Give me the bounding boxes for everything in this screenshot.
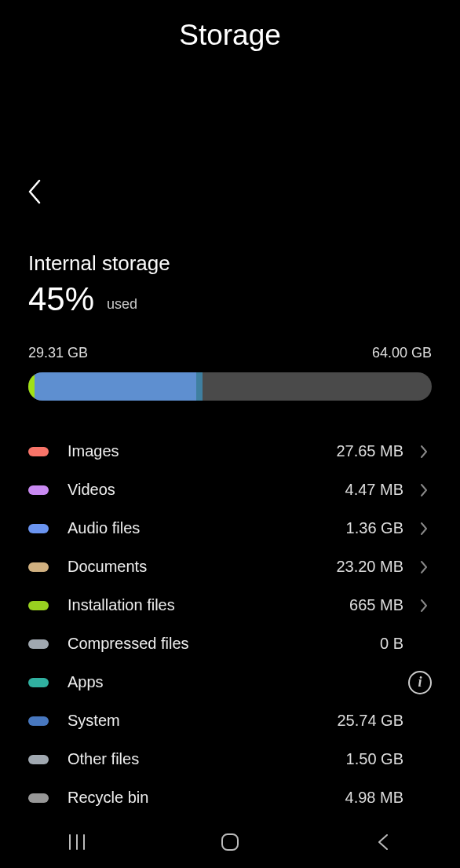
category-color-pill bbox=[28, 793, 49, 803]
home-button[interactable] bbox=[199, 831, 261, 853]
category-label: Apps bbox=[68, 673, 408, 691]
category-size: 23.20 MB bbox=[336, 558, 403, 576]
category-size: 1.50 GB bbox=[346, 750, 403, 768]
category-color-pill bbox=[28, 755, 49, 764]
category-label: Audio files bbox=[68, 519, 346, 537]
storage-used-size: 29.31 GB bbox=[28, 345, 88, 361]
category-label: Images bbox=[68, 442, 336, 460]
category-list: Images27.65 MBVideos4.47 MBAudio files1.… bbox=[28, 432, 432, 817]
category-size: 27.65 MB bbox=[336, 442, 403, 460]
category-row: Recycle bin4.98 MB bbox=[28, 778, 432, 817]
category-row[interactable]: Images27.65 MB bbox=[28, 432, 432, 471]
category-color-pill bbox=[28, 678, 49, 687]
category-label: Installation files bbox=[68, 596, 349, 614]
category-row[interactable]: Videos4.47 MB bbox=[28, 471, 432, 509]
storage-total-size: 64.00 GB bbox=[372, 345, 432, 361]
chevron-right-icon bbox=[416, 444, 432, 460]
category-size: 4.98 MB bbox=[345, 789, 403, 807]
chevron-right-icon bbox=[416, 482, 432, 498]
category-label: Documents bbox=[68, 558, 336, 576]
category-row[interactable]: Installation files665 MB bbox=[28, 586, 432, 624]
category-row[interactable]: Audio files1.36 GB bbox=[28, 509, 432, 548]
bar-segment bbox=[35, 372, 196, 401]
bar-segment bbox=[28, 372, 35, 401]
chevron-right-icon bbox=[416, 598, 432, 613]
chevron-right-icon bbox=[416, 521, 432, 537]
category-row: Compressed files0 B bbox=[28, 624, 432, 663]
storage-used-label: used bbox=[107, 296, 137, 313]
category-label: System bbox=[68, 712, 337, 730]
category-row[interactable]: Documents23.20 MB bbox=[28, 548, 432, 586]
recents-button[interactable] bbox=[46, 832, 108, 852]
category-row: Other files1.50 GB bbox=[28, 740, 432, 778]
storage-percent: 45% bbox=[28, 280, 94, 318]
home-icon bbox=[219, 831, 241, 853]
category-size: 25.74 GB bbox=[337, 712, 403, 730]
category-label: Recycle bin bbox=[68, 789, 345, 807]
category-color-pill bbox=[28, 562, 49, 572]
category-label: Videos bbox=[68, 481, 345, 499]
bar-segment bbox=[196, 372, 203, 401]
category-size: 665 MB bbox=[349, 596, 403, 614]
svg-rect-3 bbox=[222, 834, 238, 850]
chevron-right-icon bbox=[416, 559, 432, 575]
nav-back-button[interactable] bbox=[352, 831, 414, 853]
category-row[interactable]: Appsi bbox=[28, 663, 432, 701]
category-color-pill bbox=[28, 447, 49, 456]
storage-bar bbox=[28, 372, 432, 401]
android-navbar bbox=[0, 816, 460, 868]
category-color-pill bbox=[28, 524, 49, 533]
category-color-pill bbox=[28, 716, 49, 726]
category-color-pill bbox=[28, 485, 49, 495]
category-size: 1.36 GB bbox=[346, 519, 403, 537]
category-label: Compressed files bbox=[68, 635, 380, 653]
back-button[interactable] bbox=[25, 178, 42, 209]
category-label: Other files bbox=[68, 750, 346, 768]
category-size: 4.47 MB bbox=[345, 481, 403, 499]
category-size: 0 B bbox=[380, 635, 403, 653]
storage-type-label: Internal storage bbox=[28, 251, 432, 276]
category-row: System25.74 GB bbox=[28, 701, 432, 740]
recents-icon bbox=[67, 832, 87, 852]
info-icon[interactable]: i bbox=[408, 671, 432, 694]
page-title: Storage bbox=[0, 0, 460, 52]
category-color-pill bbox=[28, 639, 49, 649]
back-arrow-icon bbox=[25, 178, 42, 206]
nav-back-icon bbox=[375, 831, 391, 853]
category-color-pill bbox=[28, 601, 49, 610]
